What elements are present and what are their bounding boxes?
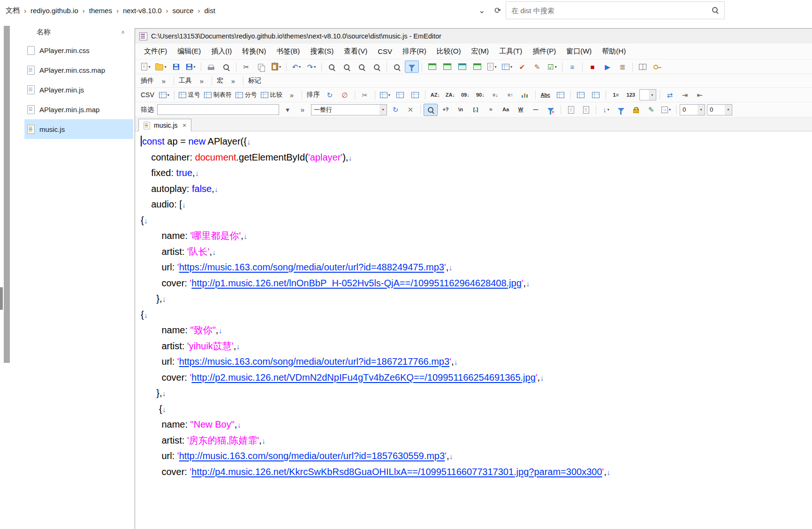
heading-rows-combo[interactable]: 0▾ [680,104,705,115]
delete-duplicates-button[interactable]: ✂ [358,89,372,101]
extract-lines-button[interactable]: ↓▾ [599,104,613,116]
menu-item[interactable]: 排序(R) [397,47,432,56]
file-row[interactable]: APlayer.min.css.map [24,60,133,80]
browser-sync-button[interactable] [470,61,484,73]
outline-button[interactable]: ≡ [565,61,579,73]
spell-check-button[interactable]: Abc [539,89,553,101]
menu-item[interactable]: CSV [372,47,397,55]
sort-length-asc-button[interactable]: ≡↓ [488,89,502,101]
menu-item[interactable]: 搜索(S) [305,47,339,56]
menu-item[interactable]: 工具(T) [494,47,527,56]
fixed-columns-combo[interactable]: 0▾ [707,104,732,115]
csv-comma-button[interactable]: 逗号 [177,89,202,101]
menu-item[interactable]: 编辑(E) [172,47,206,56]
breadcrumb-item[interactable]: rediyo.github.io [30,7,78,15]
explorer-scrollbar[interactable] [4,26,10,363]
macros-overflow-button[interactable]: » [226,75,240,87]
tools-overflow-button[interactable]: » [195,75,209,87]
code-area[interactable]: const ap = new APlayer({↓ container: doc… [135,131,812,529]
row-numbers-button[interactable]: 1≡ [609,89,623,101]
replace-in-files-button[interactable] [370,61,384,73]
unfreeze-panes-button[interactable] [408,89,422,101]
csv-convert-button[interactable]: ▾ [500,61,514,73]
menu-item[interactable]: 比较(O) [432,47,466,56]
escape-sequence-button[interactable]: \n [454,104,468,116]
remove-filter-button[interactable] [544,104,558,116]
csv-mode-button[interactable]: ▾ [157,89,171,101]
tab-music-js[interactable]: music.js [138,119,191,131]
filter-close-button[interactable]: ✕ [403,104,417,116]
sort-refresh-button[interactable]: ↻ [323,89,337,101]
macro-list-button[interactable]: ≣ [615,61,630,73]
menu-item[interactable]: 插入(I) [206,47,237,56]
format-document-button[interactable]: ✎ [530,61,544,73]
csv-compare-button[interactable]: 比较 [259,89,284,101]
print-preview-button[interactable] [219,61,233,73]
refresh-button[interactable] [490,6,506,15]
cut-button[interactable]: ✂ [239,61,253,73]
bracket-match-button[interactable]: [.] [469,104,483,116]
breadcrumb-item[interactable]: dist [205,7,215,15]
filter-input[interactable] [157,104,279,115]
edit-pen-button[interactable]: ✎ [644,104,658,116]
freeze-panes-button[interactable] [393,89,407,101]
code-link[interactable]: http://music.163.com/song/media/outer/ur… [179,451,445,461]
find-in-files-button[interactable] [340,61,354,73]
menu-item[interactable]: 转换(N) [237,47,271,56]
outer-scrollbar-fragment[interactable] [0,287,3,310]
menu-item[interactable]: 文件(F) [139,47,172,56]
paste-button[interactable]: ▾ [269,61,283,73]
regex-button[interactable]: +? [439,104,453,116]
export-filter-button[interactable]: ▾ [659,104,673,116]
run-macro-button[interactable]: ▶ [600,61,615,73]
filter-doc-2-button[interactable] [579,104,593,116]
code-link[interactable]: http://p2.music.126.net/VDmN2dNpIFu4gTv4… [191,372,535,383]
breadcrumb-item[interactable]: next-v8.10.0 [123,7,162,15]
highlight-matches-button[interactable] [424,104,438,116]
sort-az-button[interactable]: AZ↓ [428,89,442,101]
sort-cancel-button[interactable]: ∅ [338,89,352,101]
chevron-down-icon[interactable]: ▾ [649,90,656,100]
code-link[interactable]: http://p4.music.126.net/KkrcSwKbRsd8GuaO… [191,467,602,477]
new-file-button[interactable]: ▾ [139,61,153,73]
tab-right-button[interactable]: ⇥ [678,89,692,101]
open-file-button[interactable]: ▾ [154,61,168,73]
menu-item[interactable]: 查看(V) [339,47,372,56]
tab-close-icon[interactable] [182,123,187,129]
convert-csv-button[interactable] [554,89,568,101]
file-row[interactable]: music.js [24,119,133,139]
menu-item[interactable]: 窗口(W) [561,47,597,56]
file-row[interactable]: APlayer.min.js.map [24,100,133,119]
chevron-down-icon[interactable]: ▾ [379,105,387,115]
sort-za-button[interactable]: ZA↓ [443,89,457,101]
filter-doc-1-button[interactable] [564,104,578,116]
file-row[interactable]: APlayer.min.css [24,40,133,60]
copy-button[interactable] [254,61,268,73]
breadcrumb-item[interactable]: themes [89,7,112,15]
csv-overflow-button[interactable]: » [285,89,299,101]
find-in-csv-button[interactable] [390,61,404,73]
code-link[interactable]: https://music.163.com/song/media/outer/u… [179,356,449,367]
redo-button[interactable]: ↷▾ [304,61,319,73]
menu-item[interactable]: 插件(P) [527,47,561,56]
merge-cells-button[interactable] [574,89,588,101]
whole-word-button[interactable]: W [514,104,528,116]
column-header-name[interactable]: 名称 ∧ [14,23,133,40]
filter-scope-select[interactable]: 一整行▾ [311,104,387,115]
html-char-button[interactable] [425,61,439,73]
code-link[interactable]: http://p1.music.126.net/lnOnBbP_H-052Hv5… [191,278,521,288]
code-link[interactable]: https://music.163.com/song/media/outer/u… [179,262,444,272]
plugins-overflow-button[interactable]: » [157,75,171,87]
statistics-button[interactable] [518,89,532,101]
filter-refresh-button[interactable]: ↻ [388,104,402,116]
breadcrumb-item[interactable]: 文档 [6,6,20,15]
split-column-button[interactable] [589,89,603,101]
menu-item[interactable]: 帮助(H) [597,47,631,56]
save-button[interactable] [169,61,183,73]
menu-item[interactable]: 书签(B) [271,47,305,56]
sort-num-desc-button[interactable]: 90↓ [473,89,487,101]
chevron-down-icon[interactable]: ▾ [725,105,732,115]
chevron-down-icon[interactable]: ▾ [698,105,705,115]
replace-button[interactable] [355,61,369,73]
filter-toggle-button[interactable] [405,61,419,73]
